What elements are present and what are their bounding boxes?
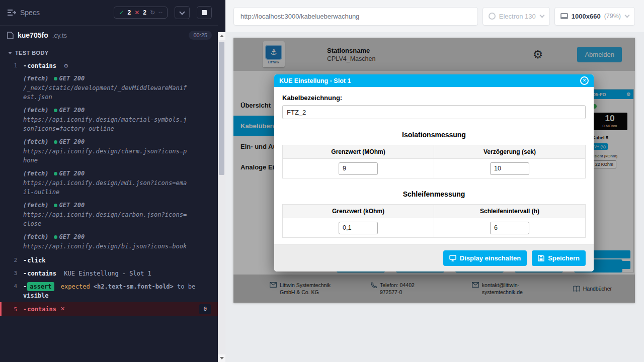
network-log-row[interactable]: (fetch)GET 200 https://api.iconify.desig… — [0, 168, 218, 200]
pending-icon: ↻ — [150, 9, 155, 16]
chevron-down-icon — [625, 13, 630, 18]
browser-select[interactable]: Electron 130 — [482, 7, 550, 26]
viewport-zoom: (79%) — [604, 13, 621, 20]
command-log: 1 contains ⚙ (fetch)GET 200 /_next/stati… — [0, 58, 218, 316]
column-header: Verzögerung (sek) — [434, 145, 586, 159]
command-name: click — [23, 257, 45, 264]
failed-icon: ✕ — [134, 9, 139, 16]
status-ok-dot — [54, 204, 57, 207]
close-icon[interactable]: ✕ — [580, 76, 589, 85]
viewport-icon — [560, 13, 568, 19]
column-header: Grenzwert (MOhm) — [283, 145, 434, 159]
suite-header[interactable]: TEST BODY — [0, 45, 218, 58]
fetch-url: https://api.iconify.design/material-symb… — [23, 115, 189, 133]
column-header: Schleifenintervall (h) — [434, 205, 586, 218]
status-ok-dot — [54, 172, 57, 175]
command-row[interactable]: 1 contains ⚙ — [0, 59, 218, 73]
passed-count: 2 — [128, 9, 131, 16]
fetch-label: (fetch) — [23, 75, 49, 82]
cable-name-input[interactable] — [282, 105, 586, 119]
fetch-label: (fetch) — [23, 170, 49, 177]
save-button[interactable]: Speichern — [532, 250, 586, 266]
fetch-status: GET 200 — [59, 107, 85, 114]
column-header: Grenzwert (kOhm) — [283, 205, 434, 218]
scrollbar-thumb[interactable] — [219, 42, 224, 175]
caret-down-icon — [8, 52, 12, 54]
arrow-down-icon — [220, 357, 224, 359]
verzoegerung-input[interactable] — [490, 162, 529, 175]
assert-state: visible — [23, 292, 49, 299]
reporter-scrollbar[interactable] — [218, 32, 225, 362]
schleifenintervall-input[interactable] — [490, 222, 529, 234]
kue-settings-modal: KUE Einstellung - Slot 1 ✕ Kabelbezeichn… — [274, 74, 594, 272]
network-log-row[interactable]: (fetch)GET 200 https://api.iconify.desig… — [0, 136, 218, 168]
command-number: 5 — [2, 305, 23, 313]
modal-footer: Display einschalten Speichern — [274, 244, 594, 272]
grenzwert-mohm-input[interactable] — [339, 162, 378, 175]
assert-selector: <h2.text-sm.font-bold> — [94, 283, 174, 290]
command-name: contains — [23, 270, 56, 277]
fetch-label: (fetch) — [23, 202, 49, 209]
modal-title: KUE Einstellung - Slot 1 — [279, 77, 351, 84]
status-ok-dot — [54, 140, 57, 144]
scroll-up-button[interactable] — [218, 32, 225, 40]
cable-name-label: Kabelbezeichnung: — [282, 94, 586, 102]
fetch-label: (fetch) — [23, 107, 49, 114]
spec-row[interactable]: kue705fo .cy.ts 00:25 — [0, 25, 218, 45]
status-ok-dot — [54, 109, 57, 112]
fetch-status: GET 200 — [59, 75, 85, 82]
spec-timer: 00:25 — [189, 31, 212, 40]
assert-row[interactable]: 4 -assert expected <h2.text-sm.font-bold… — [0, 280, 218, 302]
url-input[interactable] — [233, 7, 478, 26]
fail-icon: ✕ — [60, 305, 65, 314]
command-number: 4 — [0, 282, 23, 300]
command-number: 2 — [0, 256, 23, 265]
assert-expected: expected — [61, 283, 90, 290]
fetch-status: GET 200 — [59, 233, 85, 240]
network-log-row[interactable]: (fetch)GET 200 https://api.iconify.desig… — [0, 231, 218, 254]
fetch-url: https://api.iconify.design/bi.json?icons… — [23, 242, 189, 251]
command-row[interactable]: 3 contains KUE Einstellung - Slot 1 — [0, 267, 218, 280]
modal-header: KUE Einstellung - Slot 1 ✕ — [274, 74, 594, 87]
network-log-row[interactable]: (fetch)GET 200 /_next/static/development… — [0, 73, 218, 105]
grenzwert-kohm-input[interactable] — [339, 222, 378, 234]
passed-icon: ✓ — [119, 9, 124, 16]
command-row[interactable]: 2 click — [0, 254, 218, 267]
specs-label[interactable]: Specs — [20, 9, 40, 17]
viewport-select[interactable]: 1000x660 (79%) — [554, 7, 635, 26]
scroll-down-button[interactable] — [218, 354, 225, 362]
spec-file-icon — [7, 32, 14, 39]
stop-icon — [202, 10, 207, 15]
loop-table: Grenzwert (kOhm) Schleifenintervall (h) — [282, 204, 586, 238]
cypress-reporter: Specs ✓ 2 ✕ 2 ↻ -- kue705fo .cy.ts 00:25… — [0, 0, 225, 362]
test-stats: ✓ 2 ✕ 2 ↻ -- — [114, 7, 168, 19]
command-number: 1 — [0, 61, 23, 71]
reporter-header: Specs ✓ 2 ✕ 2 ↻ -- — [0, 0, 218, 25]
specs-menu-icon[interactable] — [7, 9, 16, 16]
collapse-button[interactable] — [175, 6, 190, 19]
spec-name: kue705fo — [18, 31, 48, 39]
command-number: 3 — [0, 269, 23, 278]
failed-count: 2 — [143, 9, 146, 16]
fetch-status: GET 200 — [59, 202, 85, 209]
display-on-button[interactable]: Display einschalten — [443, 250, 527, 266]
spec-extension: .cy.ts — [52, 32, 67, 39]
arrow-up-icon — [220, 35, 224, 37]
fetch-status: GET 200 — [59, 170, 85, 177]
browser-label: Electron 130 — [499, 13, 536, 20]
save-icon — [538, 255, 544, 261]
viewport-size: 1000x660 — [572, 13, 601, 20]
stop-button[interactable] — [197, 6, 212, 19]
loop-section-title: Schleifenmessung — [282, 190, 586, 198]
command-argument: KUE Einstellung - Slot 1 — [64, 270, 151, 277]
network-log-row[interactable]: (fetch)GET 200 https://api.iconify.desig… — [0, 200, 218, 231]
retry-badge: 0 — [199, 304, 211, 315]
fetch-url: https://api.iconify.design/charm.json?ic… — [23, 147, 189, 165]
command-settings-icon: ⚙ — [63, 63, 68, 69]
app-preview-pane: Electron 130 1000x660 (79%) ⚓ LITTWIN St… — [225, 0, 644, 362]
assert-badge: assert — [27, 282, 54, 291]
isolation-section-title: Isolationsmessung — [282, 131, 586, 139]
network-log-row[interactable]: (fetch)GET 200 https://api.iconify.desig… — [0, 105, 218, 136]
fetch-url: /_next/static/development/_devMiddleware… — [23, 83, 189, 102]
failed-command-row[interactable]: 5 contains ✕ 0 — [0, 302, 218, 317]
